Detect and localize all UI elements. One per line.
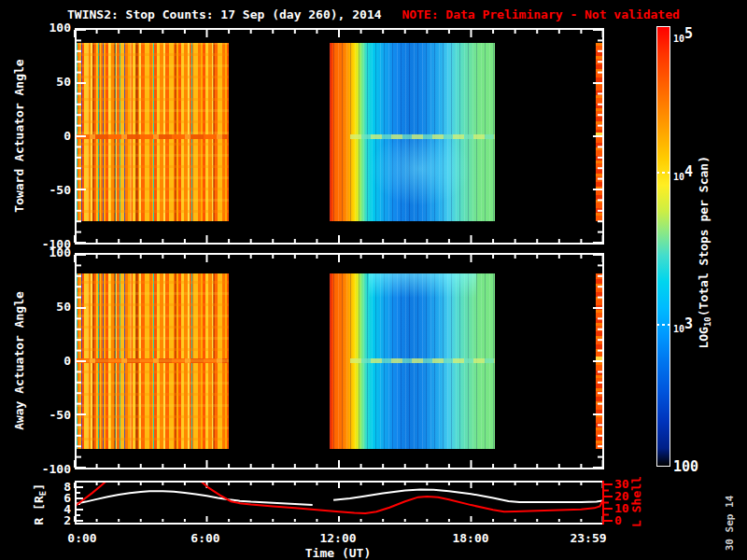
low-count-patch xyxy=(369,273,476,298)
colorbar-label-100: 100 xyxy=(673,460,698,474)
y-tick-label: -100 xyxy=(35,462,71,476)
colorbar xyxy=(656,26,670,467)
page-title: TWINS2: Stop Counts: 17 Sep (day 260), 2… xyxy=(67,7,680,21)
colorbar-title: LOG10(Total Stops per Scan) xyxy=(697,131,716,373)
y-tick-label: 50 xyxy=(35,300,71,314)
data-block-toward-afternoon xyxy=(330,43,495,221)
orbit-panel xyxy=(75,481,604,525)
zero-angle-line xyxy=(596,357,602,360)
x-axis-title: Time (UT) xyxy=(291,546,385,560)
zero-angle-line xyxy=(350,134,495,139)
spectrogram-panel-away xyxy=(75,253,604,469)
colorbar-tick-1e3 xyxy=(656,324,670,326)
x-tick-label: 18:00 xyxy=(447,531,494,545)
plot-canvas: TWINS2: Stop Counts: 17 Sep (day 260), 2… xyxy=(0,0,747,560)
zero-angle-line xyxy=(350,358,495,363)
r-tick-label: 2 xyxy=(47,513,71,527)
y-tick-label: 0 xyxy=(35,354,71,368)
data-block-toward-morning xyxy=(77,43,229,221)
data-block-toward-end xyxy=(596,43,602,221)
data-block-away-afternoon xyxy=(330,273,495,449)
y-tick-label: -50 xyxy=(35,183,71,197)
title-main: TWINS2: Stop Counts: 17 Sep (day 260), 2… xyxy=(67,7,382,21)
x-tick-label: 23:59 xyxy=(565,531,612,545)
colorbar-label-1e4: 104 xyxy=(673,166,693,184)
l-tick-label: 0 xyxy=(614,513,622,527)
title-note: NOTE: Data Preliminary - Not validated xyxy=(402,7,679,21)
y-tick-label: 100 xyxy=(35,245,71,259)
zero-angle-line xyxy=(596,133,602,136)
colorbar-tick-1e4 xyxy=(656,172,670,174)
low-count-patch xyxy=(369,132,472,206)
data-block-away-end xyxy=(596,273,602,449)
striation-overlay xyxy=(77,43,140,221)
x-tick-label: 0:00 xyxy=(59,531,106,545)
axis-title-away: Away Actuator Angle xyxy=(12,268,26,455)
y-tick-label: -50 xyxy=(35,408,71,422)
y-tick-label: 0 xyxy=(35,129,71,143)
zero-angle-line xyxy=(77,358,229,363)
axis-title-lshell: L Shell xyxy=(629,469,643,535)
y-tick-label: 50 xyxy=(35,75,71,89)
zero-angle-line xyxy=(77,134,229,139)
x-tick-label: 6:00 xyxy=(182,531,229,545)
date-stamp: 30 Sep 14 xyxy=(723,491,737,556)
x-tick-label: 12:00 xyxy=(315,531,361,545)
axis-title-toward: Toward Actuator Angle xyxy=(12,43,26,230)
striation-overlay xyxy=(77,273,140,449)
spectrogram-panel-toward xyxy=(75,28,604,245)
y-tick-label: 100 xyxy=(35,21,71,35)
colorbar-label-1e3: 103 xyxy=(673,318,693,336)
colorbar-label-1e5: 105 xyxy=(673,28,693,46)
data-block-away-morning xyxy=(77,273,229,449)
